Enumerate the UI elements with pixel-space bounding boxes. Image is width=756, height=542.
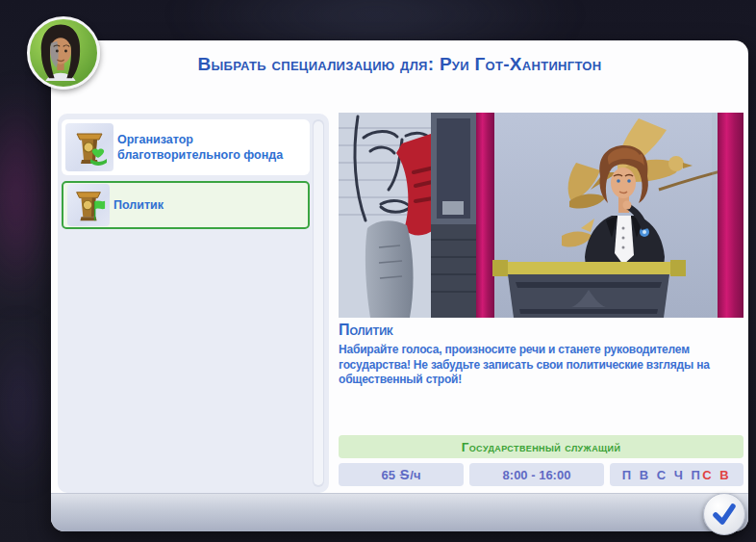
specialization-preview-image [339, 113, 743, 318]
confirm-button[interactable] [703, 493, 745, 535]
work-days-box: П В С Ч ПС В [610, 463, 743, 486]
checkmark-icon [704, 494, 744, 534]
politician-flag-podium-icon [67, 184, 110, 226]
list-scrollbar-thumb[interactable] [314, 121, 323, 485]
dialog-footer [51, 493, 748, 531]
sim-avatar [27, 16, 100, 90]
spec-item-charity-organizer[interactable]: Организатор благотворительного фонда [62, 119, 310, 175]
career-track-label: Государственный служащий [462, 440, 621, 454]
list-scrollbar-track[interactable] [313, 119, 324, 487]
spec-item-politician-selected[interactable]: Политик [62, 181, 310, 229]
specialization-list: Организатор благотворительного фонда Пол… [58, 114, 329, 493]
work-hours-box: 8:00 - 16:00 [469, 463, 604, 486]
dialog-title: Выбрать специализацию для: Руи Гот-Ханти… [51, 54, 748, 75]
career-info-row: 65 S/ч 8:00 - 16:00 П В С Ч ПС В [339, 463, 743, 486]
sim-portrait-icon [30, 19, 91, 81]
choose-specialization-dialog: Выбрать специализацию для: Руи Гот-Ханти… [51, 40, 748, 531]
salary-amount: 65 [382, 468, 395, 482]
workdays: П В С Ч П [622, 468, 703, 482]
specialization-detail-title: Политик [339, 322, 743, 339]
spec-item-label: Политик [113, 197, 171, 213]
spec-item-label: Организатор благотворительного фонда [117, 132, 310, 164]
salary-per-hour: /ч [410, 468, 420, 482]
specialization-description: Набирайте голоса, произносите речи и ста… [339, 343, 743, 388]
weekend-days: С В [702, 468, 731, 482]
charity-podium-icon [65, 123, 113, 171]
salary-box: 65 S/ч [339, 463, 464, 486]
career-track-bar: Государственный служащий [339, 435, 743, 458]
work-hours: 8:00 - 16:00 [503, 468, 571, 482]
background-plant-blur [0, 85, 50, 306]
background-scene-blur-2 [0, 318, 48, 491]
game-screen: Выбрать специализацию для: Руи Гот-Ханти… [0, 0, 756, 542]
simoleon-icon: S [400, 467, 410, 482]
